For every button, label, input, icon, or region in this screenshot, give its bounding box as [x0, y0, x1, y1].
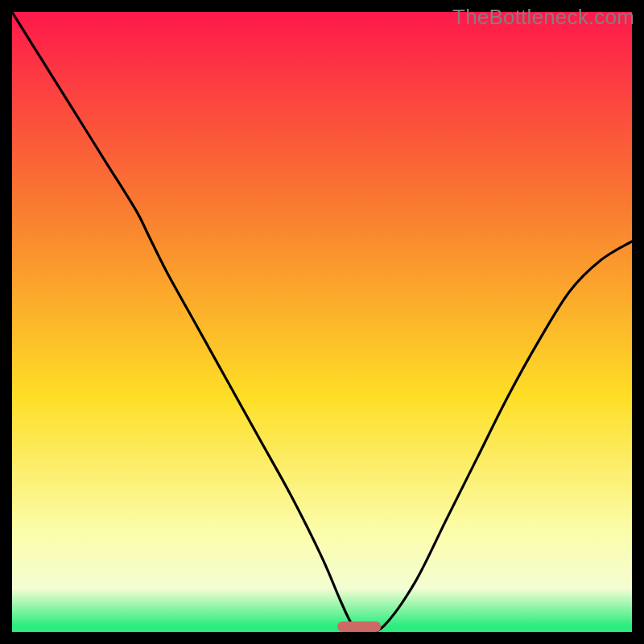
plot-area [12, 12, 632, 632]
bottleneck-chart [12, 12, 632, 632]
optimal-marker [337, 621, 381, 632]
gradient-background [12, 12, 632, 632]
watermark-text: TheBottleneck.com [452, 5, 634, 30]
chart-frame: TheBottleneck.com [0, 0, 644, 644]
